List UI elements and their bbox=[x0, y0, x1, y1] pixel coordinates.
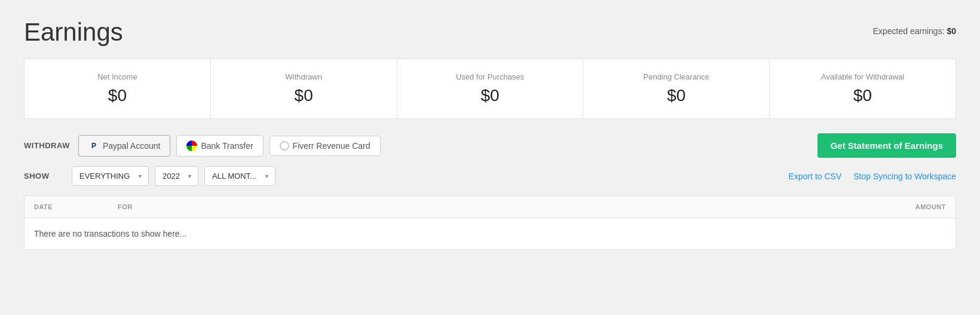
stat-value: $0 bbox=[407, 86, 574, 105]
paypal-account-label: Paypal Account bbox=[103, 141, 161, 151]
stop-syncing-link[interactable]: Stop Syncing to Workspace bbox=[853, 172, 956, 181]
stat-value: $0 bbox=[593, 86, 760, 105]
filter-select[interactable]: EVERYTHING COMPLETED PENDING bbox=[72, 166, 149, 186]
stat-value: $0 bbox=[220, 86, 387, 105]
get-statement-button[interactable]: Get Statement of Earnings bbox=[817, 133, 956, 158]
stat-label: Net Income bbox=[34, 72, 201, 81]
month-select[interactable]: ALL MONT... JANUARY FEBRUARY MARCH bbox=[204, 166, 275, 186]
paypal-account-button[interactable]: P Paypal Account bbox=[78, 135, 171, 157]
filter-select-wrapper: EVERYTHING COMPLETED PENDING bbox=[72, 166, 149, 186]
table-header: DATE FOR AMOUNT bbox=[24, 196, 956, 218]
stat-label: Pending Clearance bbox=[593, 72, 760, 81]
column-date: DATE bbox=[34, 203, 118, 210]
stats-card: Net Income $0 Withdrawn $0 Used for Purc… bbox=[24, 59, 956, 119]
column-amount: AMOUNT bbox=[874, 203, 946, 210]
bank-transfer-icon bbox=[186, 140, 197, 151]
stat-value: $0 bbox=[779, 86, 946, 105]
stat-label: Withdrawn bbox=[220, 72, 387, 81]
no-transactions-message: There are no transactions to show here..… bbox=[34, 229, 946, 238]
bank-transfer-button[interactable]: Bank Transfer bbox=[176, 135, 263, 157]
stat-value: $0 bbox=[34, 86, 201, 105]
table-body: There are no transactions to show here..… bbox=[24, 218, 956, 249]
stat-item: Used for Purchases $0 bbox=[397, 59, 584, 118]
column-for: FOR bbox=[118, 203, 874, 210]
withdraw-row: WITHDRAW P Paypal Account Bank Transfer … bbox=[24, 133, 956, 158]
fiverr-revenue-card-button[interactable]: Fiverr Revenue Card bbox=[270, 136, 381, 156]
show-label: SHOW bbox=[24, 172, 66, 181]
page-header: Earnings Expected earnings: $0 bbox=[24, 18, 956, 47]
stat-item: Pending Clearance $0 bbox=[583, 59, 770, 118]
year-select-wrapper: 2022 2021 2020 bbox=[155, 166, 198, 186]
month-select-wrapper: ALL MONT... JANUARY FEBRUARY MARCH bbox=[204, 166, 275, 186]
expected-earnings-label: Expected earnings: bbox=[873, 26, 945, 36]
stat-item: Withdrawn $0 bbox=[211, 59, 397, 118]
transactions-table: DATE FOR AMOUNT There are no transaction… bbox=[24, 195, 956, 250]
page-title: Earnings bbox=[24, 18, 123, 47]
expected-earnings: Expected earnings: $0 bbox=[873, 18, 956, 36]
export-csv-link[interactable]: Export to CSV bbox=[789, 172, 842, 181]
withdraw-label: WITHDRAW bbox=[24, 141, 70, 150]
show-right-actions: Export to CSV Stop Syncing to Workspace bbox=[789, 172, 956, 181]
fiverr-revenue-card-label: Fiverr Revenue Card bbox=[293, 141, 370, 151]
stat-item: Net Income $0 bbox=[24, 59, 211, 118]
show-row: SHOW EVERYTHING COMPLETED PENDING 2022 2… bbox=[24, 166, 956, 186]
expected-earnings-value: $0 bbox=[947, 26, 956, 36]
paypal-icon: P bbox=[88, 140, 99, 151]
withdraw-right-actions: Get Statement of Earnings bbox=[817, 133, 956, 158]
year-select[interactable]: 2022 2021 2020 bbox=[155, 166, 198, 186]
bank-transfer-label: Bank Transfer bbox=[201, 141, 253, 151]
stat-label: Used for Purchases bbox=[407, 72, 574, 81]
stat-item: Available for Withdrawal $0 bbox=[770, 59, 956, 118]
fiverr-revenue-card-icon bbox=[280, 141, 289, 151]
stat-label: Available for Withdrawal bbox=[779, 72, 946, 81]
